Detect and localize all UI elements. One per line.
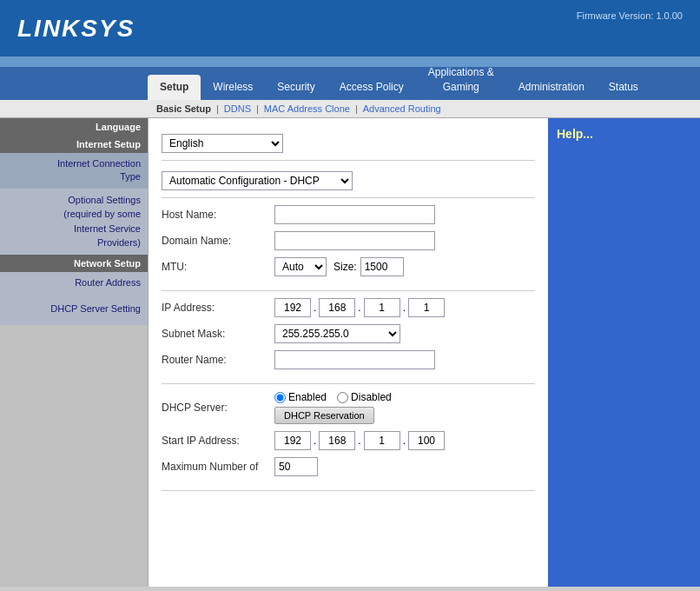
- language-dropdown[interactable]: English French German Spanish: [162, 134, 283, 153]
- tab-security[interactable]: Security: [265, 75, 327, 100]
- max-number-row: Maximum Number of: [162, 457, 535, 476]
- content-area: English French German Spanish Automatic …: [148, 118, 548, 587]
- dhcp-controls: Enabled Disabled DHCP Reservation: [274, 391, 392, 424]
- ip-address-label: IP Address:: [162, 302, 274, 314]
- ip-octet-3[interactable]: [364, 298, 400, 317]
- ip-octet-4[interactable]: [408, 298, 445, 317]
- sidebar-item-optional-settings[interactable]: Optional Settings(required by someIntern…: [0, 189, 148, 255]
- start-ip-octet-1[interactable]: [274, 431, 311, 450]
- start-ip-octet-4[interactable]: [408, 431, 445, 450]
- sub-tab-ddns[interactable]: DDNS: [224, 103, 251, 114]
- dhcp-radio-group: Enabled Disabled: [274, 391, 392, 403]
- sub-tab-basic-setup[interactable]: Basic Setup: [156, 103, 211, 114]
- host-name-input[interactable]: [274, 205, 435, 224]
- tab-administration[interactable]: Administration: [506, 75, 597, 100]
- sidebar: Language Internet Setup Internet Connect…: [0, 118, 148, 587]
- language-section: English French German Spanish: [162, 127, 535, 161]
- header-bar: [0, 56, 700, 67]
- dhcp-enabled-radio[interactable]: [274, 392, 286, 403]
- subnet-mask-row: Subnet Mask: 255.255.255.0 255.255.0.0 2…: [162, 324, 535, 343]
- ip-address-group: . . .: [274, 298, 445, 317]
- host-name-row: Host Name:: [162, 205, 535, 224]
- internet-connection-section: Automatic Configuration - DHCP Static IP…: [162, 161, 535, 198]
- tab-status[interactable]: Status: [597, 75, 650, 100]
- dhcp-disabled-option[interactable]: Disabled: [337, 391, 392, 403]
- max-number-input[interactable]: [274, 457, 318, 476]
- header: LINKSYS Firmware Version: 1.0.00: [0, 0, 700, 56]
- tab-setup[interactable]: Setup: [148, 75, 201, 100]
- mtu-label: MTU:: [162, 261, 274, 273]
- host-name-label: Host Name:: [162, 209, 274, 221]
- subnet-mask-label: Subnet Mask:: [162, 328, 274, 340]
- dhcp-disabled-label: Disabled: [351, 391, 392, 403]
- subnet-mask-dropdown[interactable]: 255.255.255.0 255.255.0.0 255.0.0.0: [274, 324, 400, 343]
- start-ip-octet-2[interactable]: [319, 431, 355, 450]
- sidebar-item-router-address[interactable]: Router Address: [0, 272, 148, 294]
- mtu-row: MTU: Auto Manual Size:: [162, 257, 535, 276]
- domain-name-label: Domain Name:: [162, 235, 274, 247]
- max-number-label: Maximum Number of: [162, 461, 274, 473]
- router-name-input[interactable]: [274, 350, 435, 369]
- ip-octet-2[interactable]: [319, 298, 355, 317]
- size-label: Size:: [333, 261, 357, 273]
- main-layout: Language Internet Setup Internet Connect…: [0, 118, 700, 587]
- start-ip-label: Start IP Address:: [162, 435, 274, 447]
- mtu-dropdown[interactable]: Auto Manual: [274, 257, 327, 276]
- sidebar-header-network-setup: Network Setup: [0, 255, 148, 272]
- start-ip-group: . . .: [274, 431, 445, 450]
- sidebar-header-internet-setup: Internet Setup: [0, 136, 148, 153]
- linksys-logo: LINKSYS: [17, 15, 135, 43]
- domain-name-input[interactable]: [274, 231, 435, 250]
- start-ip-octet-3[interactable]: [364, 431, 400, 450]
- help-link[interactable]: Help...: [557, 127, 593, 141]
- dhcp-reservation-button[interactable]: DHCP Reservation: [274, 407, 374, 424]
- domain-name-row: Domain Name:: [162, 231, 535, 250]
- router-name-label: Router Name:: [162, 354, 274, 366]
- sub-tab-mac-address-clone[interactable]: MAC Address Clone: [264, 103, 350, 114]
- optional-settings-section: Host Name: Domain Name: MTU: Auto Manual…: [162, 198, 535, 291]
- ip-address-row: IP Address: . . .: [162, 298, 535, 317]
- sub-nav: Basic Setup | DDNS | MAC Address Clone |…: [0, 100, 700, 118]
- dhcp-enabled-option[interactable]: Enabled: [274, 391, 327, 403]
- sidebar-item-internet-connection-type[interactable]: Internet ConnectionType: [0, 153, 148, 189]
- dhcp-disabled-radio[interactable]: [337, 392, 348, 403]
- sidebar-item-dhcp-server-setting[interactable]: DHCP Server Setting: [0, 294, 148, 324]
- dhcp-server-row: DHCP Server: Enabled Disabled: [162, 391, 535, 424]
- tab-access-policy[interactable]: Access Policy: [327, 75, 416, 100]
- mtu-size-input[interactable]: [360, 257, 404, 276]
- sub-tab-advanced-routing[interactable]: Advanced Routing: [363, 103, 441, 114]
- tab-applications-gaming[interactable]: Applications &Gaming: [416, 60, 506, 100]
- start-ip-row: Start IP Address: . . .: [162, 431, 535, 450]
- network-setup-section: IP Address: . . . Subnet Mask: 255.255.: [162, 291, 535, 384]
- nav-tabs: Setup Wireless Security Access Policy Ap…: [0, 67, 700, 100]
- tab-wireless[interactable]: Wireless: [201, 75, 265, 100]
- dhcp-server-label: DHCP Server:: [162, 402, 274, 414]
- sidebar-header-language: Language: [0, 118, 148, 136]
- dhcp-enabled-label: Enabled: [288, 391, 327, 403]
- help-panel: Help...: [548, 118, 700, 587]
- router-name-row: Router Name:: [162, 350, 535, 369]
- internet-connection-dropdown[interactable]: Automatic Configuration - DHCP Static IP…: [162, 171, 353, 190]
- ip-octet-1[interactable]: [274, 298, 311, 317]
- firmware-version: Firmware Version: 1.0.00: [577, 10, 683, 21]
- dhcp-section: DHCP Server: Enabled Disabled: [162, 384, 535, 491]
